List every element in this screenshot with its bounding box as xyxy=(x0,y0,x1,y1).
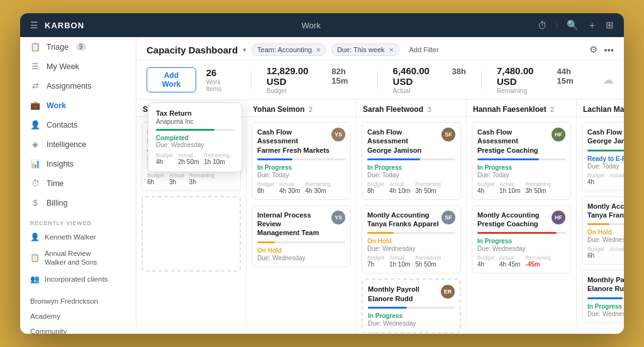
card-status: In Progress xyxy=(257,164,345,171)
recently-viewed-label: RECENTLY VIEWED xyxy=(20,212,136,229)
card-sarah-0[interactable]: Cash Flow AssessmentGeorge Jamison SF In… xyxy=(362,122,461,200)
card-lachlan-2[interactable]: Monthly PayrollElanore Rudd LM In Progre… xyxy=(582,270,624,323)
card-status: On Hold xyxy=(587,229,624,236)
progress-fill xyxy=(477,158,539,160)
progress-track xyxy=(368,307,455,309)
card-status: Ready to E-File xyxy=(587,155,624,162)
filter-accounting-close[interactable]: ✕ xyxy=(316,47,321,53)
card-hannah-1[interactable]: Montly AccountingPrestige Coaching HF In… xyxy=(472,205,571,274)
progress-track xyxy=(257,241,345,243)
card-sarah-2[interactable]: Monthly PayrollElanore Rudd ER In Progre… xyxy=(362,278,461,333)
grid-icon[interactable]: ⊞ xyxy=(606,19,614,31)
recently-annual[interactable]: 📋 Annual ReviewWalker and Sons xyxy=(20,245,136,271)
content-area: Capacity Dashboard ▾ Team: Accounting ✕ … xyxy=(136,37,624,334)
add-filter-button[interactable]: Add Filter xyxy=(404,44,444,55)
card-due: Due: Wednesday xyxy=(477,245,565,252)
card-due: Due: Wednesday xyxy=(587,311,624,317)
progress-fill xyxy=(257,158,292,160)
footer-bronwyn[interactable]: Bronwyn Fredrickson xyxy=(30,295,126,307)
card-hannah-0[interactable]: Cash Flow AssessmentPrestige Coaching HF… xyxy=(472,122,571,200)
topbar-right: ⚙ ••• xyxy=(589,44,614,55)
filter-thisweek[interactable]: Due: This week ✕ xyxy=(331,43,399,56)
more-options-icon[interactable]: ••• xyxy=(604,45,614,55)
add-icon[interactable]: ＋ xyxy=(587,19,597,31)
columns-area: Sara Goepel 4 Monthly PayrollFranchisee … xyxy=(136,100,624,334)
card-due: Due: Wednesday xyxy=(587,236,624,243)
card-status: In Progress xyxy=(367,164,455,171)
card-due: Due: Wednesday xyxy=(368,320,455,327)
card-placeholder xyxy=(142,196,241,272)
footer-academy[interactable]: Academy xyxy=(30,310,126,322)
sidebar-item-work[interactable]: 💼 Work xyxy=(20,96,136,115)
column-hannah: Hannah Faesenkloet 2 Cash Flow Assessmen… xyxy=(467,100,577,334)
progress-fill xyxy=(587,150,624,151)
search-icon[interactable]: 🔍 xyxy=(567,19,579,31)
sidebar-item-triage[interactable]: 📋 Triage 9 xyxy=(20,37,136,57)
time-icon: ⏱ xyxy=(30,179,40,188)
workitems-label: Work Items xyxy=(206,79,236,92)
card-due: Due: Today xyxy=(587,163,624,170)
triage-badge: 9 xyxy=(76,43,86,51)
remaining-label: Remaining xyxy=(497,87,587,94)
person-icon: 👤 xyxy=(30,233,40,241)
timer-icon[interactable]: ⏱ xyxy=(538,20,547,31)
chevron-down-icon[interactable]: ▾ xyxy=(243,46,247,54)
app-window: ☰ KARBON Work ⏱ | 🔍 ＋ ⊞ 📋 Triage 9 ☰ My … xyxy=(20,13,624,334)
actual-label: Actual xyxy=(393,87,466,94)
card-lachlan-0[interactable]: Cash Flow Assess...George Jamison LM Rea… xyxy=(582,122,624,191)
column-hannah-header: Hannah Faesenkloet 2 xyxy=(467,100,576,117)
card-budget-row: Budget 8h Actual 4h 10m Remaining 3h 50m xyxy=(367,181,455,194)
card-status: On Hold xyxy=(367,238,455,245)
column-sarah-header: Sarah Fleetwood 3 xyxy=(357,100,466,117)
card-yohan-0[interactable]: Cash Flow AssessmentFarmer Fresh Markets… xyxy=(252,122,351,200)
topbar-left: Capacity Dashboard ▾ Team: Accounting ✕ … xyxy=(147,43,444,56)
stat-budget: 12,829.00 USD 82h 15m Budget xyxy=(267,65,362,94)
workitems-value: 26 xyxy=(206,67,217,78)
card-yohan-1[interactable]: Internal Process ReviewManagement Team Y… xyxy=(252,205,351,267)
card-lachlan-1[interactable]: Montly AccountingTanya Franks Ap... LM O… xyxy=(582,196,624,265)
progress-fill xyxy=(257,241,275,243)
card-due: Due: Today xyxy=(367,172,455,179)
progress-track xyxy=(587,223,624,225)
progress-track xyxy=(257,158,345,160)
card-budget-row: Budget 4h Actual Remaining 1h 1h xyxy=(587,172,624,185)
card-due: Due: Wednesday xyxy=(367,245,455,252)
sidebar-item-contacts[interactable]: 👤 Contacts xyxy=(20,115,136,135)
recently-kenneth[interactable]: 👤 Kenneth Walker xyxy=(20,229,136,245)
titlebar-title: Work xyxy=(302,21,321,30)
sidebar-item-insights[interactable]: 📊 Insights xyxy=(20,154,136,174)
card-sarah-1[interactable]: Montly AccountingTanya Franks Apparel SF… xyxy=(362,205,461,274)
filter-accounting[interactable]: Team: Accounting ✕ xyxy=(252,43,326,56)
stat-actual: 6,460.00 USD 38h Actual xyxy=(393,65,466,94)
progress-fill xyxy=(367,158,420,160)
group-icon: 👥 xyxy=(30,275,40,284)
sidebar-footer: Bronwyn Fredrickson Academy Community xyxy=(20,287,136,334)
recently-incorporated[interactable]: 👥 Incorporated clients xyxy=(20,271,136,287)
card-status: On Hold xyxy=(257,247,345,254)
stat-workitems: 26 Work Items xyxy=(206,67,236,92)
add-work-button[interactable]: Add Work xyxy=(147,67,196,92)
card-avatar: SF xyxy=(441,128,455,141)
card-budget-row: Budget 4h Actual 4h 45m Remaining -45m xyxy=(477,255,565,268)
cloud-icon: ☁ xyxy=(602,73,614,87)
sidebar-item-intelligence[interactable]: ◈ Intelligence xyxy=(20,135,136,154)
column-lachlan-header: Lachlan Macindo 3 xyxy=(577,100,624,117)
sidebar-item-time[interactable]: ⏱ Time xyxy=(20,174,136,193)
menu-icon[interactable]: ☰ xyxy=(30,20,38,30)
sidebar-item-myweek[interactable]: ☰ My Week xyxy=(20,57,136,76)
sidebar-item-assignments[interactable]: ⇄ Assignments xyxy=(20,76,136,96)
progress-fill xyxy=(587,223,609,225)
brand-label: KARBON xyxy=(45,21,84,30)
card-title: Cash Flow Assess...George Jamison xyxy=(587,128,624,146)
column-yohan: Yohan Seimon 2 Cash Flow AssessmentFarme… xyxy=(247,100,357,334)
progress-track xyxy=(367,158,455,160)
filter-thisweek-close[interactable]: ✕ xyxy=(389,47,394,53)
progress-track xyxy=(477,158,565,160)
filter-sliders-icon[interactable]: ⚙ xyxy=(589,44,597,55)
card-due: Due: Today xyxy=(257,172,345,179)
footer-community[interactable]: Community xyxy=(30,325,126,334)
assignments-icon: ⇄ xyxy=(30,81,40,91)
sidebar-item-billing[interactable]: $ Billing xyxy=(20,193,136,212)
card-status: In Progress xyxy=(587,303,624,310)
topbar: Capacity Dashboard ▾ Team: Accounting ✕ … xyxy=(136,37,624,60)
